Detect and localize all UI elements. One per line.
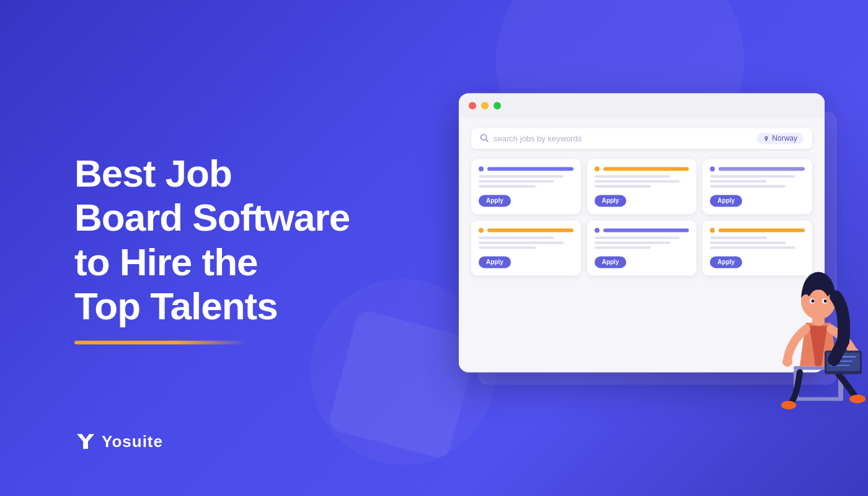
character-illustration	[756, 229, 868, 415]
dot-yellow	[481, 102, 489, 109]
logo: Yosuite	[74, 430, 163, 453]
job-card-5-header	[595, 228, 689, 232]
svg-point-8	[849, 394, 866, 403]
browser-titlebar	[459, 93, 825, 118]
svg-point-20	[812, 299, 815, 303]
logo-icon	[74, 430, 97, 453]
job-title-bar-5	[603, 228, 689, 232]
job-line-4c	[479, 246, 536, 249]
job-card-2-header	[595, 166, 689, 171]
job-line-2b	[595, 180, 680, 182]
job-line-1b	[479, 180, 554, 182]
job-dot-3	[710, 166, 715, 171]
job-card-5: Apply	[587, 220, 697, 275]
job-title-bar-3	[719, 167, 805, 170]
job-card-1-header	[479, 166, 574, 171]
job-dot-1	[479, 166, 484, 171]
job-line-1a	[479, 175, 564, 177]
job-dot-5	[595, 228, 600, 232]
dot-red	[469, 102, 476, 109]
browser-container: search jobs by keywords Norway	[459, 93, 868, 415]
job-card-3-header	[710, 166, 805, 171]
left-content: Best Job Board Software to Hire the Top …	[74, 151, 384, 344]
job-line-4a	[479, 236, 554, 239]
job-card-4-header	[479, 228, 574, 232]
search-placeholder: search jobs by keywords	[494, 134, 757, 143]
job-line-3b	[710, 180, 767, 182]
headline-line2: Board Software	[74, 197, 350, 239]
headline-line3: to Hire the	[74, 241, 258, 283]
job-line-3a	[710, 175, 795, 177]
job-dot-4	[479, 228, 484, 232]
job-title-bar-2	[603, 167, 689, 170]
svg-point-21	[824, 299, 827, 303]
location-text: Norway	[772, 134, 797, 143]
svg-point-7	[781, 401, 796, 409]
job-dot-6	[710, 228, 715, 232]
apply-button-4[interactable]: Apply	[479, 256, 511, 268]
logo-text: Yosuite	[102, 432, 163, 451]
job-line-5b	[595, 241, 670, 244]
job-card-4: Apply	[471, 220, 581, 275]
job-line-2c	[595, 185, 652, 187]
job-line-3c	[710, 185, 786, 187]
headline-line4: Top Talents	[74, 285, 278, 327]
job-title-bar-4	[487, 228, 574, 232]
job-dot-2	[595, 166, 600, 171]
headline-underline	[74, 341, 248, 345]
character-svg	[756, 229, 868, 415]
job-line-2a	[595, 175, 670, 177]
headline-line1: Best Job	[74, 152, 232, 195]
apply-button-6[interactable]: Apply	[710, 256, 742, 268]
location-icon	[763, 135, 769, 141]
search-bar[interactable]: search jobs by keywords Norway	[471, 128, 812, 149]
job-line-5c	[595, 246, 652, 249]
svg-point-9	[782, 356, 792, 366]
job-card-1: Apply	[471, 159, 581, 214]
job-card-2: Apply	[587, 159, 697, 214]
job-line-5a	[595, 236, 680, 239]
job-title-bar-1	[487, 167, 574, 170]
svg-rect-6	[794, 397, 843, 401]
job-line-1c	[479, 185, 536, 187]
apply-button-5[interactable]: Apply	[595, 256, 627, 268]
headline: Best Job Board Software to Hire the Top …	[74, 151, 384, 328]
apply-button-3[interactable]: Apply	[710, 195, 742, 206]
dot-green	[494, 102, 501, 109]
location-badge[interactable]: Norway	[757, 133, 804, 144]
apply-button-1[interactable]: Apply	[479, 195, 511, 206]
job-card-3: Apply	[702, 159, 812, 214]
search-icon	[480, 133, 489, 144]
apply-button-2[interactable]: Apply	[595, 195, 627, 206]
svg-line-1	[486, 139, 489, 141]
job-line-4b	[479, 241, 564, 244]
